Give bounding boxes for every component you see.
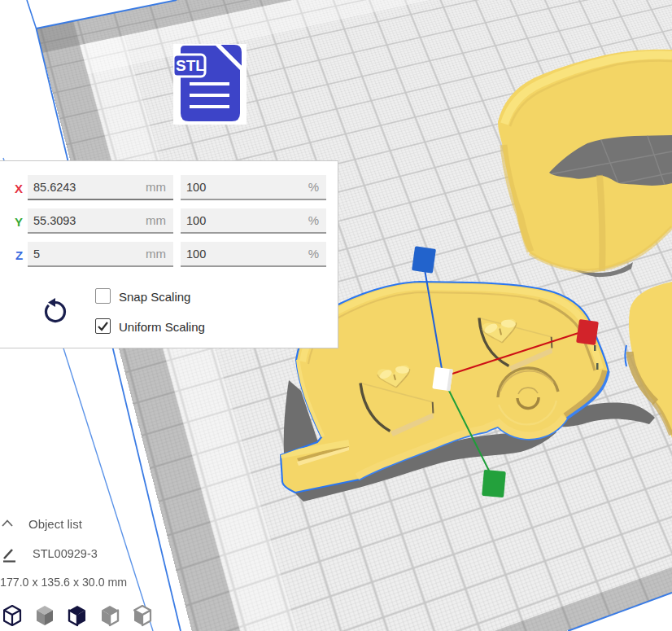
svg-text:STL: STL <box>176 57 205 74</box>
